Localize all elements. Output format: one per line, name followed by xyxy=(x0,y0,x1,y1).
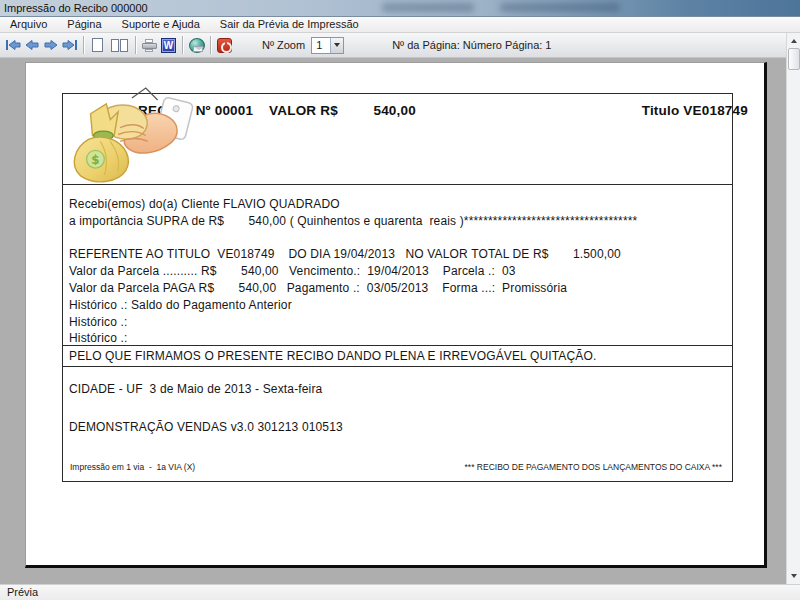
zoom-label: Nº Zoom xyxy=(262,39,305,51)
receipt-body-box: Recebi(emos) do(a) Cliente FLAVIO QUADRA… xyxy=(62,184,733,367)
toolbar-separator xyxy=(210,36,211,54)
export-word-button[interactable]: W xyxy=(159,36,178,55)
print-preview-area[interactable]: RECIBO Nº 00001 VALOR R$ 540,00 Titulo V… xyxy=(0,58,786,584)
zoom-select[interactable]: 1 xyxy=(311,37,344,54)
page-number-label: Nº da Página: Número Página: 1 xyxy=(392,39,551,51)
menu-arquivo[interactable]: Arquivo xyxy=(0,17,57,32)
titlebar-artifact xyxy=(382,3,474,12)
body-line: Histórico .: Saldo do Pagamento Anterior xyxy=(69,297,728,314)
scrollbar-thumb[interactable] xyxy=(788,48,800,70)
body-line: a importância SUPRA de R$ 540,00 ( Quinh… xyxy=(69,213,728,230)
zoom-value: 1 xyxy=(312,38,330,53)
first-page-button[interactable] xyxy=(3,36,22,55)
caixa-line: *** RECIBO DE PAGAMENTO DOS LANÇAMENTOS … xyxy=(465,462,722,472)
body-line: REFERENTE AO TITULO VE018749 DO DIA 19/0… xyxy=(69,246,728,263)
chevron-down-icon xyxy=(334,43,340,47)
power-icon xyxy=(217,38,232,53)
body-line: Histórico .: xyxy=(69,314,728,331)
receipt-titulo: Titulo VE018749 xyxy=(642,103,748,118)
via-line: Impressão em 1 via - 1a VIA (X) xyxy=(70,462,195,472)
titlebar-artifact xyxy=(500,3,620,12)
zoom-dropdown-button[interactable] xyxy=(330,38,343,53)
receipt-page: RECIBO Nº 00001 VALOR R$ 540,00 Titulo V… xyxy=(25,62,767,568)
send-web-button[interactable] xyxy=(187,36,206,55)
prev-page-button[interactable] xyxy=(22,36,41,55)
two-page-view-button[interactable] xyxy=(107,36,131,55)
quitacao-line: PELO QUE FIRMAMOS O PRESENTE RECIBO DAND… xyxy=(63,345,732,366)
chevron-down-icon xyxy=(791,574,797,578)
toolbar-separator xyxy=(182,36,183,54)
toolbar-separator xyxy=(135,36,136,54)
vertical-scrollbar[interactable] xyxy=(786,33,800,584)
last-page-icon xyxy=(62,39,78,51)
handshake-moneybag-image: $ xyxy=(55,84,203,185)
printer-icon xyxy=(142,39,157,52)
menu-suporte-e-ajuda[interactable]: Suporte e Ajuda xyxy=(112,17,210,32)
window-title: Impressão do Recibo 000000 xyxy=(4,2,148,14)
body-line: Valor da Parcela PAGA R$ 540,00 Pagament… xyxy=(69,280,728,297)
globe-mail-icon xyxy=(189,38,205,53)
next-page-button[interactable] xyxy=(41,36,60,55)
next-page-icon xyxy=(43,39,59,51)
status-label: Prévia xyxy=(7,586,38,598)
scroll-up-button[interactable] xyxy=(788,35,800,47)
prev-page-icon xyxy=(24,39,40,51)
menu-pagina[interactable]: Página xyxy=(57,17,111,32)
menubar: Arquivo Página Suporte e Ajuda Sair da P… xyxy=(0,17,800,33)
body-line: Recebi(emos) do(a) Cliente FLAVIO QUADRA… xyxy=(69,196,728,213)
receipt-body-lines: Recebi(emos) do(a) Cliente FLAVIO QUADRA… xyxy=(69,196,728,347)
receipt-title-row: RECIBO Nº 00001 VALOR R$ 540,00 Titulo V… xyxy=(138,103,748,118)
print-button[interactable] xyxy=(140,36,159,55)
two-pages-icon xyxy=(111,39,128,52)
toolbar-separator xyxy=(83,36,84,54)
body-line-blank xyxy=(69,230,728,247)
receipt-footer-box: CIDADE - UF 3 de Maio de 2013 - Sexta-fe… xyxy=(62,366,733,482)
svg-text:$: $ xyxy=(91,153,99,167)
titlebar: Impressão do Recibo 000000 xyxy=(0,0,800,17)
menu-sair-da-previa[interactable]: Sair da Prévia de Impressão xyxy=(210,17,369,32)
city-date-line: CIDADE - UF 3 de Maio de 2013 - Sexta-fe… xyxy=(69,382,322,396)
body-line: Valor da Parcela .......... R$ 540,00 Ve… xyxy=(69,263,728,280)
single-page-icon xyxy=(92,38,103,52)
statusbar: Prévia xyxy=(0,584,800,600)
single-page-view-button[interactable] xyxy=(88,36,107,55)
scroll-down-button[interactable] xyxy=(788,570,800,582)
first-page-icon xyxy=(5,39,21,51)
chevron-up-icon xyxy=(791,39,797,43)
exit-button[interactable] xyxy=(215,36,234,55)
demo-version-line: DEMONSTRAÇÃO VENDAS v3.0 301213 010513 xyxy=(69,420,343,434)
toolbar: W Nº Zoom 1 Nº da Página: Número Página:… xyxy=(0,33,786,58)
last-page-button[interactable] xyxy=(60,36,79,55)
word-icon: W xyxy=(161,38,176,53)
